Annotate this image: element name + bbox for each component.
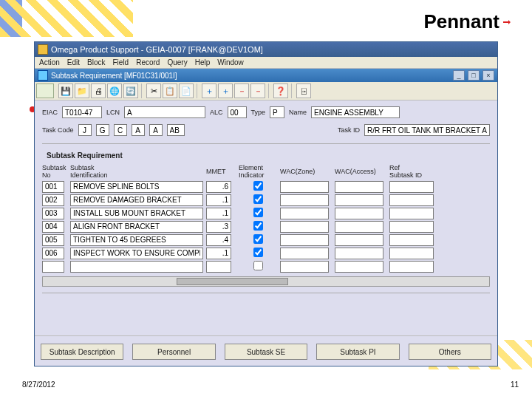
taskcode-5[interactable]: [149, 124, 163, 136]
mmet-field[interactable]: [206, 221, 231, 233]
menu-query[interactable]: Query: [167, 58, 187, 66]
subtask-description-button[interactable]: Subtask Description: [41, 344, 123, 360]
taskcode-1[interactable]: [78, 124, 92, 136]
menu-block[interactable]: Block: [87, 58, 105, 66]
wac-zone-field[interactable]: [280, 261, 329, 273]
personnel-button[interactable]: Personnel: [132, 344, 215, 360]
others-button[interactable]: Others: [409, 344, 491, 360]
element-indicator-checkbox[interactable]: [253, 194, 263, 204]
element-indicator-checkbox[interactable]: [253, 261, 263, 270]
mmet-field[interactable]: [206, 181, 231, 193]
taskid-field[interactable]: [364, 124, 490, 136]
cut-button[interactable]: ✂: [146, 83, 161, 98]
exit-button[interactable]: ⍈: [296, 83, 311, 98]
close-icon[interactable]: ×: [482, 70, 494, 81]
name-field[interactable]: [311, 106, 400, 118]
type-field[interactable]: [270, 106, 284, 118]
mmet-field[interactable]: [206, 208, 231, 219]
menu-record[interactable]: Record: [136, 58, 160, 66]
taskcode-3[interactable]: [114, 124, 127, 136]
wac-zone-field[interactable]: [280, 208, 329, 219]
menu-field[interactable]: Field: [112, 58, 129, 66]
subtask-ident-field[interactable]: [70, 181, 203, 193]
menu-window[interactable]: Window: [217, 58, 244, 66]
add-record-button-2[interactable]: ＋: [218, 83, 233, 98]
subtask-se-button[interactable]: Subtask SE: [225, 344, 307, 360]
ref-subtask-field[interactable]: [389, 208, 434, 219]
subtask-pi-button[interactable]: Subtask PI: [316, 344, 399, 360]
wac-access-field[interactable]: [335, 234, 383, 246]
subtask-ident-field[interactable]: [70, 208, 203, 219]
element-indicator-checkbox[interactable]: [253, 221, 263, 231]
wac-zone-field[interactable]: [280, 248, 329, 259]
table-row: [42, 220, 490, 233]
ref-subtask-field[interactable]: [389, 234, 434, 246]
ref-subtask-field[interactable]: [389, 221, 434, 233]
subtask-no-field[interactable]: [42, 234, 64, 246]
ref-subtask-field[interactable]: [389, 248, 434, 259]
horizontal-scrollbar[interactable]: [42, 276, 490, 287]
minimize-icon[interactable]: _: [453, 70, 465, 81]
taskcode-2[interactable]: [96, 124, 109, 136]
alc-field[interactable]: [228, 106, 247, 118]
add-record-button[interactable]: ＋: [202, 83, 216, 98]
wac-access-field[interactable]: [335, 261, 383, 273]
ref-subtask-field[interactable]: [389, 181, 434, 193]
subtask-ident-field[interactable]: [70, 234, 203, 246]
subtask-list: [42, 180, 490, 273]
wac-access-field[interactable]: [335, 208, 383, 219]
mmet-field[interactable]: [206, 261, 231, 273]
subtask-no-field[interactable]: [42, 194, 64, 206]
subtask-ident-field[interactable]: [70, 194, 203, 206]
element-indicator-checkbox[interactable]: [253, 208, 263, 217]
ref-subtask-field[interactable]: [389, 261, 434, 273]
element-indicator-checkbox[interactable]: [253, 181, 263, 191]
col-ref: Ref Subtask ID: [389, 165, 437, 180]
wac-zone-field[interactable]: [280, 181, 329, 193]
paste-button[interactable]: 📄: [179, 83, 194, 98]
element-indicator-checkbox[interactable]: [253, 234, 263, 244]
ref-subtask-field[interactable]: [389, 194, 434, 206]
scrollbar-thumb[interactable]: [177, 278, 288, 285]
subtask-ident-field[interactable]: [70, 261, 203, 273]
subtask-no-field[interactable]: [42, 221, 64, 233]
mmet-field[interactable]: [206, 194, 231, 206]
subtask-no-field[interactable]: [42, 248, 64, 259]
refresh-button[interactable]: 🔄: [123, 83, 138, 98]
mmet-field[interactable]: [206, 248, 231, 259]
open-button[interactable]: 📁: [75, 83, 89, 98]
save-button[interactable]: 💾: [58, 83, 73, 98]
subtask-ident-field[interactable]: [70, 221, 203, 233]
mmet-field[interactable]: [206, 234, 231, 246]
col-access: WAC(Access): [335, 168, 386, 176]
menu-help[interactable]: Help: [195, 58, 211, 66]
wac-access-field[interactable]: [335, 194, 383, 206]
print-button[interactable]: 🖨: [91, 83, 106, 98]
form-area: EIAC LCN ALC Type Name Task Code: [35, 100, 497, 335]
wac-access-field[interactable]: [335, 181, 383, 193]
subtask-ident-field[interactable]: [70, 248, 203, 259]
taskcode-4[interactable]: [132, 124, 145, 136]
remove-record-button-2[interactable]: －: [250, 83, 265, 98]
menu-action[interactable]: Action: [39, 58, 60, 66]
menu-edit[interactable]: Edit: [67, 58, 80, 66]
subtask-no-field[interactable]: [42, 261, 64, 273]
wac-zone-field[interactable]: [280, 221, 329, 233]
wac-access-field[interactable]: [335, 248, 383, 259]
taskcode-6[interactable]: [167, 124, 185, 136]
remove-record-button[interactable]: －: [234, 83, 249, 98]
copy-button[interactable]: 📋: [163, 83, 177, 98]
eiac-field[interactable]: [62, 106, 102, 118]
user-icon[interactable]: [36, 83, 54, 98]
lcn-field[interactable]: [124, 106, 205, 118]
wac-zone-field[interactable]: [280, 194, 329, 206]
name-label: Name: [289, 109, 307, 116]
subtask-no-field[interactable]: [42, 208, 64, 219]
wac-access-field[interactable]: [335, 221, 383, 233]
globe-button[interactable]: 🌐: [107, 83, 122, 98]
element-indicator-checkbox[interactable]: [253, 248, 263, 257]
wac-zone-field[interactable]: [280, 234, 329, 246]
subtask-no-field[interactable]: [42, 181, 64, 193]
maximize-icon[interactable]: □: [468, 70, 480, 81]
help-button[interactable]: ❓: [273, 83, 288, 98]
